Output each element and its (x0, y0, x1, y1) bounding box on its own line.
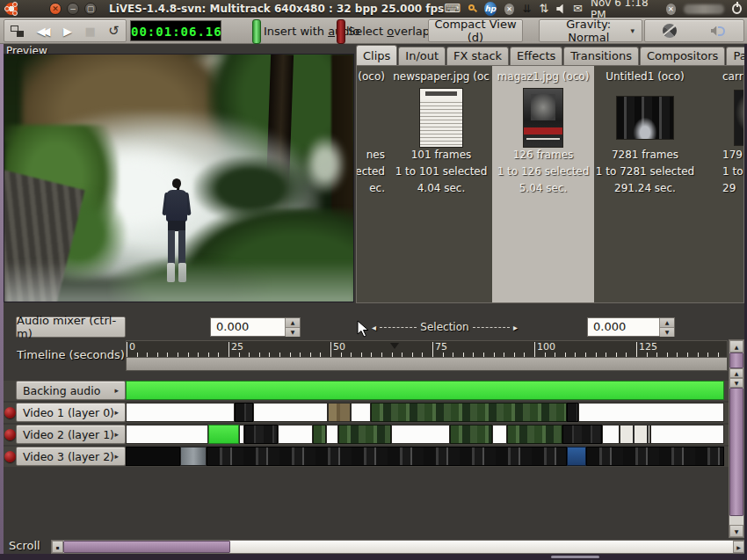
render-icon[interactable] (663, 24, 677, 38)
separate-window-icon[interactable] (11, 25, 24, 37)
timeline-block-dark[interactable] (235, 403, 253, 422)
maximize-button[interactable]: ▢ (84, 3, 97, 15)
tab-effects[interactable]: Effects (510, 47, 562, 65)
clip-cell[interactable]: carr1791 to 1729 (696, 66, 744, 303)
scrollbar-trough[interactable] (230, 541, 733, 553)
spin-down-icon[interactable]: ▼ (286, 328, 300, 337)
rewind-icon[interactable]: ◀◀ (37, 25, 51, 38)
timeline-block-white[interactable] (391, 425, 450, 444)
playhead-marker[interactable] (390, 343, 399, 349)
minimize-button[interactable]: − (67, 3, 79, 15)
spin-down-icon[interactable]: ▼ (660, 328, 674, 337)
tab-fx-stack[interactable]: FX stack (446, 47, 509, 65)
expander-icon[interactable]: ▸ (114, 452, 119, 461)
timeline-block-white[interactable] (253, 403, 328, 422)
timeline-ruler[interactable]: 0255075100125 (126, 340, 728, 357)
user-redacted[interactable] (684, 4, 724, 14)
timeline-block-white[interactable] (578, 403, 724, 422)
expander-icon[interactable]: ▸ (114, 430, 119, 439)
track-header-video-2-layer-1-[interactable]: Video 2 (layer 1)▸ (16, 425, 126, 444)
timeline-block-forest[interactable] (450, 425, 492, 444)
timeline-block-white[interactable] (602, 425, 620, 444)
power-icon[interactable] (732, 4, 742, 14)
timeline-block-tan[interactable] (328, 403, 351, 422)
timeline-block-white[interactable] (326, 425, 338, 444)
ubuntu-menu-icon[interactable] (5, 3, 18, 15)
session-icon[interactable]: ✕ (666, 4, 676, 15)
scrollbar-thumb[interactable] (729, 353, 743, 368)
indicator-x-icon[interactable]: ✕ (504, 4, 514, 15)
scroll-step-down-icon[interactable]: ▼ (729, 378, 743, 388)
timeline-block-white[interactable] (351, 403, 371, 422)
track-timeline[interactable] (126, 381, 724, 400)
pane-resize-grip[interactable] (551, 556, 599, 558)
tab-compositors[interactable]: Compositors (640, 47, 725, 65)
selection-start-value[interactable]: 0.000 (211, 318, 285, 336)
downloads-icon[interactable]: ⇊ (522, 0, 531, 18)
selection-right-arrow-icon[interactable]: ▸ (513, 323, 518, 332)
loop-icon[interactable]: ↺ (108, 23, 120, 39)
scrollbar-thumb[interactable] (729, 388, 743, 516)
timeline-block-black[interactable] (126, 447, 180, 466)
timeline-block-white[interactable] (126, 403, 235, 422)
network-updown-icon[interactable]: ⇅ (539, 0, 548, 18)
keyboard-icon[interactable]: ⌨ (444, 0, 461, 18)
track-timeline[interactable] (126, 425, 724, 444)
spin-up-icon[interactable]: ▲ (660, 318, 674, 328)
timeline-block-dark[interactable] (244, 425, 278, 444)
timeline-block-green[interactable] (208, 425, 239, 444)
clip-cell[interactable]: (oco)neslectedec. (356, 66, 390, 303)
timeline-block-blue[interactable] (567, 447, 586, 466)
timeline-block-forest[interactable] (507, 425, 562, 444)
timeline-block-white[interactable] (650, 425, 724, 444)
record-dot-icon[interactable] (4, 429, 16, 440)
select-overlap-label[interactable]: Select overlap (348, 25, 430, 38)
timeline-block-dark3[interactable] (207, 447, 567, 466)
audio-mixer-button[interactable]: Audio mixer (ctrl-m) (16, 316, 126, 338)
scroll-left-button[interactable]: ▪ (52, 541, 63, 553)
selection-end-spinner[interactable]: 0.000 ▲ ▼ (587, 317, 675, 337)
audio-waves-icon[interactable] (711, 25, 727, 37)
timeline-selection-strip[interactable] (126, 357, 728, 371)
scroll-step-up-icon[interactable]: ▲ (729, 368, 743, 378)
timeline-block-forest[interactable] (371, 403, 567, 422)
volume-icon[interactable] (556, 4, 565, 14)
spin-up-icon[interactable]: ▲ (286, 318, 300, 328)
selection-start-spinner[interactable]: 0.000 ▲ ▼ (210, 317, 301, 337)
close-button[interactable]: ✕ (49, 3, 62, 15)
timeline-block-audio[interactable] (126, 381, 724, 400)
record-dot-icon[interactable] (4, 407, 16, 418)
gravity-dropdown[interactable]: Gravity: Normal▾ (539, 19, 642, 42)
clip-cell[interactable]: newspaper.jpg (oc101 frames1 to 101 sele… (390, 66, 492, 303)
timeline-block-white[interactable] (278, 425, 313, 444)
timeline-block-dark[interactable] (562, 425, 602, 444)
tab-clips[interactable]: Clips (356, 45, 397, 65)
scrollbar-thumb[interactable] (63, 541, 230, 553)
timeline-block-dark[interactable] (567, 403, 578, 422)
expander-icon[interactable]: ▸ (114, 386, 119, 395)
selection-left-arrow-icon[interactable]: ◂ (372, 323, 376, 332)
timeline-block-paper[interactable] (620, 425, 650, 444)
timeline-horizontal-scrollbar[interactable]: ▪ ▶ (51, 540, 745, 554)
timeline-block-dark3[interactable] (586, 447, 724, 466)
track-timeline[interactable] (126, 447, 724, 466)
hp-icon[interactable]: hp (484, 2, 497, 16)
expander-icon[interactable]: ▸ (114, 408, 119, 417)
timeline-block-forest[interactable] (338, 425, 391, 444)
scroll-down-icon[interactable]: ▼ (729, 525, 743, 537)
timeline-block-white[interactable] (126, 425, 208, 444)
tab-in-out[interactable]: In/out (398, 47, 446, 65)
play-icon[interactable]: ▶ (63, 25, 72, 38)
timeline-block-forest[interactable] (313, 425, 326, 444)
selection-end-value[interactable]: 0.000 (588, 318, 659, 336)
timeline-block-fog[interactable] (180, 447, 207, 466)
scroll-up-icon[interactable]: ▲ (729, 340, 743, 353)
clip-cell[interactable]: Untitled1 (oco)7281 frames1 to 7281 sele… (594, 66, 696, 303)
track-header-backing-audio[interactable]: Backing audio▸ (16, 381, 126, 400)
clip-cell[interactable]: magaz1.jpg (oco)126 frames1 to 126 selec… (492, 66, 594, 303)
track-header-video-1-layer-0-[interactable]: Video 1 (layer 0)▸ (16, 403, 126, 422)
tab-transitions[interactable]: Transitions (563, 47, 639, 65)
search-icon[interactable] (468, 4, 476, 13)
timeline-block-white[interactable] (492, 425, 507, 444)
track-timeline[interactable] (126, 403, 724, 422)
